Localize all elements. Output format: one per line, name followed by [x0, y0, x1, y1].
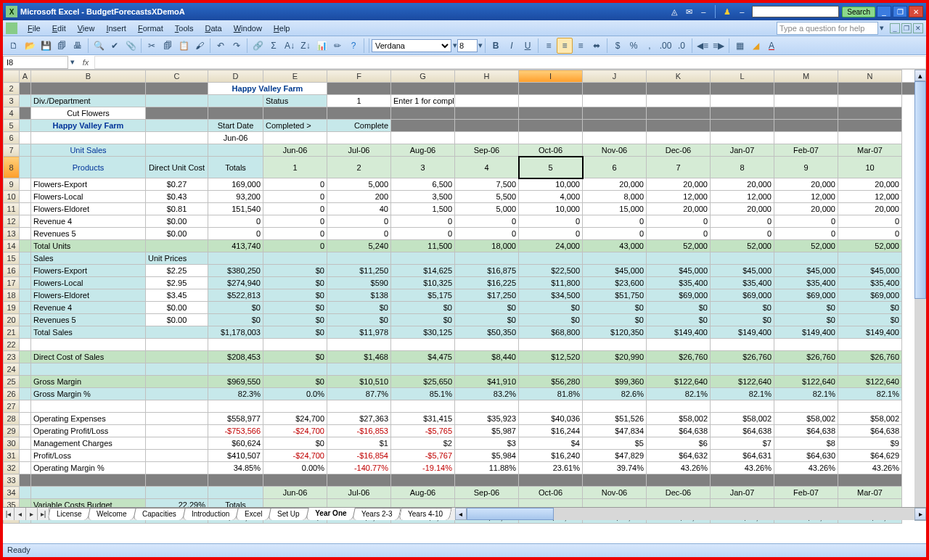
cell[interactable]: Revenue 4 — [31, 302, 146, 314]
doc-close-button[interactable]: ✕ — [913, 23, 923, 33]
cell[interactable] — [455, 363, 519, 376]
cell[interactable]: Unit Prices — [146, 252, 208, 265]
cell[interactable] — [20, 487, 31, 499]
cell[interactable]: 16 — [4, 265, 20, 277]
cell[interactable] — [146, 462, 208, 474]
cell[interactable] — [146, 351, 208, 363]
cell[interactable] — [20, 425, 31, 437]
cell[interactable] — [208, 363, 263, 376]
cell[interactable] — [711, 83, 774, 95]
cell[interactable]: 8,000 — [583, 191, 647, 203]
cell[interactable] — [455, 252, 519, 265]
cell[interactable] — [455, 83, 519, 95]
cell[interactable] — [327, 400, 391, 413]
cell[interactable]: $8 — [774, 437, 838, 450]
cell[interactable]: 0.00% — [263, 462, 327, 474]
cell[interactable]: Feb-07 — [774, 144, 838, 157]
cell[interactable] — [20, 363, 31, 376]
cell[interactable]: 19 — [4, 302, 20, 314]
cell[interactable]: $64,638 — [774, 425, 838, 437]
cell[interactable]: -$5,767 — [391, 450, 455, 462]
cell[interactable]: Sales — [31, 252, 146, 265]
cell[interactable]: 0 — [327, 215, 391, 228]
cell[interactable] — [146, 376, 208, 388]
cell[interactable] — [647, 107, 711, 120]
cell[interactable]: $26,760 — [647, 351, 711, 363]
search-button[interactable]: Search — [842, 7, 875, 17]
cell[interactable]: $4 — [519, 437, 583, 450]
cell[interactable]: 20,000 — [774, 178, 838, 191]
cell[interactable]: -$753,566 — [208, 425, 263, 437]
cell[interactable]: $51,750 — [583, 289, 647, 302]
cell[interactable] — [20, 265, 31, 277]
cell[interactable]: $11,250 — [327, 265, 391, 277]
cell[interactable]: Total Units — [31, 240, 146, 252]
cell[interactable] — [20, 132, 31, 144]
cell[interactable] — [519, 339, 583, 351]
cell[interactable]: 0 — [208, 228, 263, 240]
cell[interactable]: $64,631 — [711, 450, 774, 462]
cell[interactable]: $0 — [711, 302, 774, 314]
undo-icon[interactable]: ↶ — [213, 38, 229, 54]
increase-decimal-icon[interactable]: .00 — [658, 38, 674, 54]
cell[interactable]: 4 — [455, 157, 519, 178]
cell[interactable]: $45,000 — [774, 265, 838, 277]
cell[interactable]: $22,500 — [519, 265, 583, 277]
cell[interactable] — [208, 400, 263, 413]
cell[interactable]: $64,638 — [838, 425, 902, 437]
close-button[interactable]: ✕ — [909, 6, 923, 17]
cell[interactable]: 20 — [4, 314, 20, 326]
cell[interactable]: 151,540 — [208, 203, 263, 215]
cell[interactable]: $12,520 — [519, 351, 583, 363]
cell[interactable]: G — [391, 70, 455, 83]
copy-icon[interactable]: 🗐 — [160, 38, 176, 54]
cell[interactable]: 0 — [391, 228, 455, 240]
cell[interactable]: $69,000 — [774, 289, 838, 302]
cell[interactable]: 0 — [263, 191, 327, 203]
dash-icon-2[interactable]: – — [736, 6, 748, 17]
cell[interactable]: $4,475 — [391, 351, 455, 363]
cell[interactable]: Operating Margin % — [31, 462, 146, 474]
cell[interactable]: $1,178,003 — [208, 326, 263, 339]
cell[interactable]: $969,550 — [208, 376, 263, 388]
cell[interactable]: 200 — [327, 191, 391, 203]
cell[interactable]: 34.85% — [208, 462, 263, 474]
cell[interactable]: 26 — [4, 388, 20, 400]
cell[interactable]: $27,363 — [327, 413, 391, 425]
cell[interactable]: 28 — [4, 413, 20, 425]
cell[interactable]: Jul-06 — [327, 144, 391, 157]
sort-asc-icon[interactable]: A↓ — [282, 38, 298, 54]
cell[interactable] — [391, 363, 455, 376]
cell[interactable]: $122,640 — [647, 376, 711, 388]
cell[interactable] — [31, 132, 146, 144]
cell[interactable] — [774, 83, 838, 95]
cell[interactable]: 82.1% — [838, 388, 902, 400]
bold-icon[interactable]: B — [488, 38, 504, 54]
cell[interactable]: $11,978 — [327, 326, 391, 339]
menu-data[interactable]: Data — [199, 22, 227, 34]
cell[interactable] — [146, 107, 208, 120]
cell[interactable] — [20, 314, 31, 326]
cell[interactable]: $5,984 — [455, 450, 519, 462]
cell[interactable]: $31,415 — [391, 413, 455, 425]
cell[interactable]: 11,500 — [391, 240, 455, 252]
cell[interactable] — [455, 400, 519, 413]
cell[interactable]: $26,760 — [711, 351, 774, 363]
cell[interactable] — [31, 83, 146, 95]
cell[interactable]: 0 — [711, 228, 774, 240]
cell[interactable]: $10,325 — [391, 277, 455, 289]
cell[interactable]: $16,244 — [519, 425, 583, 437]
format-painter-icon[interactable]: 🖌 — [192, 38, 208, 54]
cell[interactable] — [146, 388, 208, 400]
help-search-input[interactable] — [777, 22, 878, 35]
tab-nav-next-icon[interactable]: ▸ — [26, 508, 38, 520]
vertical-scrollbar[interactable]: ▴ ▾ — [914, 70, 926, 521]
cell[interactable]: Flowers-Local — [31, 191, 146, 203]
cell[interactable]: I — [519, 70, 583, 83]
cell[interactable] — [711, 339, 774, 351]
cell[interactable] — [774, 107, 838, 120]
cell[interactable] — [31, 487, 146, 499]
cell[interactable]: 6,500 — [391, 178, 455, 191]
cell[interactable] — [31, 400, 146, 413]
cell[interactable]: 87.7% — [327, 388, 391, 400]
